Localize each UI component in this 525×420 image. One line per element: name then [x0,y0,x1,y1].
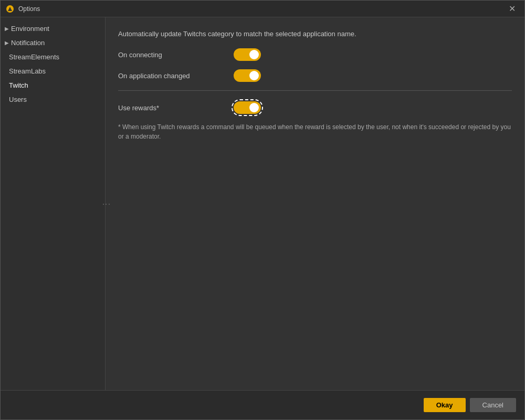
content-area: ▶ Environment ▶ Notification StreamEleme… [1,17,524,390]
toggle-on-app-changed[interactable] [234,69,261,82]
sidebar-label-streamelements: StreamElements [9,53,59,61]
toggle-track-3 [234,101,261,114]
toggle-on-connecting[interactable] [234,48,261,61]
sidebar-item-notification[interactable]: ▶ Notification [1,36,105,50]
setting-row-on-connecting: On connecting [118,48,512,61]
main-panel: Automatically update Twitchs category to… [106,17,524,390]
sidebar-label-environment: Environment [11,25,49,33]
sidebar-item-streamlabs[interactable]: StreamLabs [1,64,105,78]
toggle-track [234,48,261,61]
divider [118,90,512,91]
label-on-app-changed: On application changed [118,72,234,80]
footer: Okay Cancel [1,390,524,419]
sidebar-label-streamlabs: StreamLabs [9,67,46,75]
app-icon [6,5,14,13]
toggle-thumb [249,50,259,59]
sidebar-item-users[interactable]: Users [1,92,105,107]
setting-row-rewards: Use rewards* [118,101,512,114]
sidebar-label-notification: Notification [11,39,45,47]
sidebar-item-environment[interactable]: ▶ Environment [1,22,105,36]
sidebar-label-users: Users [9,96,27,103]
sidebar-item-streamelements[interactable]: StreamElements [1,50,105,64]
window-title: Options [18,5,505,13]
rewards-note: * When using Twitch rewards a command wi… [118,122,512,141]
arrow-icon: ▶ [5,26,9,32]
setting-row-on-app-changed: On application changed [118,69,512,82]
title-bar: Options ✕ [1,1,524,17]
toggle-thumb-2 [249,71,259,80]
toggle-thumb-3 [249,103,259,112]
sidebar-label-twitch: Twitch [9,81,28,89]
options-dialog: Options ✕ ▶ Environment ▶ Notification S… [0,0,525,420]
label-on-connecting: On connecting [118,51,234,59]
sidebar: ▶ Environment ▶ Notification StreamEleme… [1,17,106,390]
sidebar-item-twitch[interactable]: Twitch [1,78,105,92]
cancel-button[interactable]: Cancel [470,398,516,412]
toggle-track-2 [234,69,261,82]
toggle-rewards[interactable] [234,101,261,114]
resize-dots: ⋮ [102,200,110,207]
resize-handle[interactable]: ⋮ [105,17,107,390]
label-rewards: Use rewards* [118,104,234,112]
section-description: Automatically update Twitchs category to… [118,30,512,38]
close-button[interactable]: ✕ [505,2,519,16]
arrow-icon: ▶ [5,40,9,46]
rewards-note-text: * When using Twitch rewards a command wi… [118,123,511,140]
okay-button[interactable]: Okay [424,398,466,412]
